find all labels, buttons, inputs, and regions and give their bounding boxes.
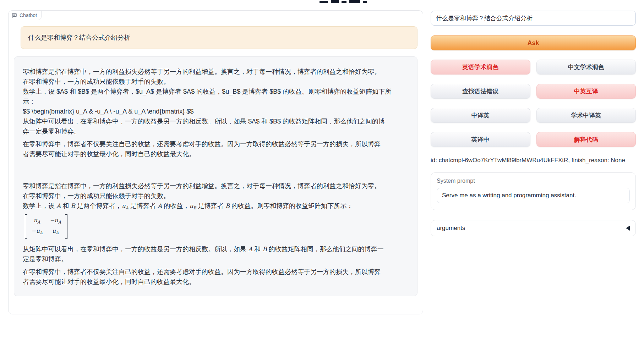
- message-line: 在零和博弈中，一方的成功只能依赖于对手的失败。: [23, 191, 409, 201]
- math-inline: −uA: [50, 216, 61, 226]
- message-line: 零和博弈是指在博弈中，一方的利益损失必然等于另一方的利益增益。换言之，对于每一种…: [23, 67, 409, 77]
- chatbot-label-text: Chatbot: [20, 12, 37, 18]
- controls-column: Ask 英语学术润色中文学术润色查找语法错误中英互译中译英学术中译英英译中解释代…: [431, 11, 636, 236]
- math-inline: uB: [189, 202, 196, 209]
- math-inline: uA: [122, 202, 129, 209]
- math-matrix: uA−uA−uAuA: [25, 214, 409, 240]
- math-inline: uA: [34, 216, 40, 226]
- quick-action-button[interactable]: 解释代码: [536, 132, 636, 147]
- quick-action-button[interactable]: 英译中: [431, 132, 530, 147]
- bot-message: 零和博弈是指在博弈中，一方的利益损失必然等于另一方的利益增益。换言之，对于每一种…: [14, 56, 417, 296]
- system-prompt-panel: System prompt: [431, 172, 636, 210]
- message-line: 在零和博弈中，博弈者不仅要关注自己的收益，还需要考虑对手的收益。因为一方取得的收…: [23, 139, 409, 149]
- quick-actions-grid: 英语学术润色中文学术润色查找语法错误中英互译中译英学术中译英英译中解释代码: [431, 60, 636, 147]
- quick-action-button[interactable]: 中译英: [431, 108, 530, 123]
- message-line: $$ \begin{bmatrix} u_A & -u_A \ -u_A & u…: [23, 106, 409, 116]
- quick-action-button[interactable]: 中文学术润色: [536, 60, 636, 75]
- arguments-accordion-label: arguments: [437, 225, 465, 232]
- math-inline: B: [71, 202, 75, 209]
- bot-paragraph: 零和博弈是指在博弈中，一方的利益损失必然等于另一方的利益增益。换言之，对于每一种…: [23, 67, 409, 136]
- message-line: 者需要尽可能让对手的收益最小化，同时自己的收益最大化。: [23, 149, 409, 159]
- message-line: 在零和博弈中，博弈者不仅要关注自己的收益，还需要考虑对手的收益。因为一方取得的收…: [23, 267, 409, 277]
- system-prompt-input[interactable]: [437, 188, 630, 203]
- chatbot-label: Chatbot: [8, 10, 42, 20]
- message-line: 示：: [23, 97, 409, 106]
- arguments-accordion-header[interactable]: arguments: [431, 220, 636, 236]
- caret-left-icon: [626, 226, 630, 231]
- system-prompt-label: System prompt: [437, 178, 630, 184]
- content-divider: [0, 8, 644, 8]
- paragraph-spacer: [23, 159, 409, 181]
- message-line: 从矩阵中可以看出，在零和博弈中，一方的收益是另一方的相反数。所以，如果 $A$ …: [23, 116, 409, 126]
- quick-action-button[interactable]: 学术中译英: [536, 108, 636, 123]
- completion-status-text: id: chatcmpl-6wOo7KrYTwMl89lbrMWRu4UkFFX…: [431, 157, 636, 164]
- math-inline: A: [158, 202, 162, 209]
- message-line: 零和博弈是指在博弈中，一方的利益损失必然等于另一方的利益增益。换言之，对于每一种…: [23, 181, 409, 191]
- bot-paragraph: 零和博弈是指在博弈中，一方的利益损失必然等于另一方的利益增益。换言之，对于每一种…: [23, 181, 409, 213]
- bot-paragraph: 在零和博弈中，博弈者不仅要关注自己的收益，还需要考虑对手的收益。因为一方取得的收…: [23, 267, 409, 287]
- math-inline: A: [248, 246, 252, 253]
- message-line: 在零和博弈中，一方的成功只能依赖于对手的失败。: [23, 77, 409, 87]
- message-list: 什么是零和博弈？结合公式介绍分析 零和博弈是指在博弈中，一方的利益损失必然等于另…: [9, 11, 423, 296]
- message-line: 弈一定是零和博弈。: [23, 126, 409, 136]
- bot-paragraph: 从矩阵中可以看出，在零和博弈中，一方的收益是另一方的相反数。所以，如果 A 和 …: [23, 244, 409, 264]
- message-line: 数学上，设 $A$ 和 $B$ 是两个博弈者，$u_A$ 是博弈者 $A$ 的收…: [23, 87, 409, 97]
- user-message: 什么是零和博弈？结合公式介绍分析: [21, 26, 417, 49]
- math-inline: B: [225, 202, 230, 209]
- bot-paragraph: 在零和博弈中，博弈者不仅要关注自己的收益，还需要考虑对手的收益。因为一方取得的收…: [23, 139, 409, 159]
- chatbot-panel: Chatbot 什么是零和博弈？结合公式介绍分析 零和博弈是指在博弈中，一方的利…: [8, 10, 423, 314]
- message-line: 从矩阵中可以看出，在零和博弈中，一方的收益是另一方的相反数。所以，如果 A 和 …: [23, 244, 409, 254]
- math-inline: B: [262, 246, 267, 253]
- math-inline: A: [56, 202, 61, 209]
- quick-action-button[interactable]: 查找语法错误: [431, 84, 530, 99]
- question-input[interactable]: [431, 11, 636, 26]
- clipped-page-title: [320, 0, 369, 3]
- ask-button[interactable]: Ask: [431, 35, 636, 50]
- math-inline: uA: [52, 227, 59, 237]
- chat-bubble-icon: [12, 13, 17, 18]
- quick-action-button[interactable]: 英语学术润色: [431, 60, 530, 75]
- message-line: 数学上，设 A 和 B 是两个博弈者，uA 是博弈者 A 的收益，uB 是博弈者…: [23, 201, 409, 213]
- bot-message-content: 零和博弈是指在博弈中，一方的利益损失必然等于另一方的利益增益。换言之，对于每一种…: [23, 67, 409, 287]
- quick-action-button[interactable]: 中英互译: [536, 84, 636, 99]
- message-line: 定是零和博弈。: [23, 254, 409, 264]
- math-inline: −uA: [31, 227, 43, 237]
- message-line: 者需要尽可能让对手的收益最小化，同时自己的收益最大化。: [23, 277, 409, 287]
